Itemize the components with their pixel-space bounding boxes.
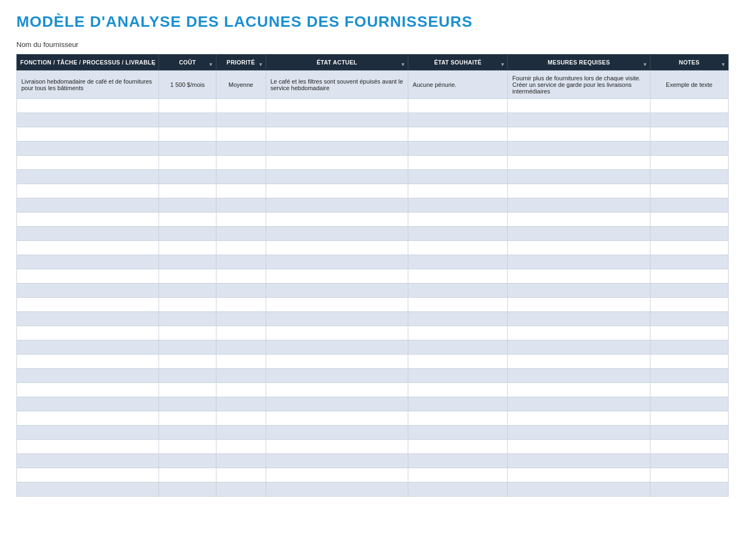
cell-empty-22-6[interactable]: [508, 383, 650, 397]
cell-empty-23-2[interactable]: [159, 397, 216, 411]
cell-empty-12-3[interactable]: [216, 241, 266, 255]
cell-empty-19-6[interactable]: [508, 340, 650, 355]
cell-empty-10-4[interactable]: [266, 213, 408, 227]
cell-empty-10-1[interactable]: [17, 213, 159, 227]
cell-empty-14-7[interactable]: [650, 269, 728, 284]
cell-empty-12-6[interactable]: [508, 241, 650, 255]
cell-empty-19-7[interactable]: [650, 340, 728, 355]
cell-empty-13-7[interactable]: [650, 255, 728, 269]
cell-empty-15-7[interactable]: [650, 284, 728, 298]
cell-empty-5-1[interactable]: [17, 142, 159, 156]
cell-empty-5-2[interactable]: [159, 142, 216, 156]
cell-empty-29-2[interactable]: [159, 482, 216, 497]
cell-empty-5-4[interactable]: [266, 142, 408, 156]
cell-empty-12-5[interactable]: [408, 241, 508, 255]
cell-empty-27-7[interactable]: [650, 454, 728, 468]
cell-empty-2-6[interactable]: [508, 99, 650, 113]
cell-empty-12-1[interactable]: [17, 241, 159, 255]
cell-empty-18-6[interactable]: [508, 326, 650, 340]
cell-empty-16-4[interactable]: [266, 298, 408, 312]
cell-empty-26-4[interactable]: [266, 440, 408, 454]
cell-empty-20-3[interactable]: [216, 355, 266, 369]
cell-empty-4-6[interactable]: [508, 127, 650, 142]
cell-empty-13-5[interactable]: [408, 255, 508, 269]
cell-empty-27-5[interactable]: [408, 454, 508, 468]
cell-empty-10-6[interactable]: [508, 213, 650, 227]
cell-empty-19-5[interactable]: [408, 340, 508, 355]
cell-empty-13-4[interactable]: [266, 255, 408, 269]
cell-empty-6-4[interactable]: [266, 156, 408, 170]
cell-empty-15-2[interactable]: [159, 284, 216, 298]
cell-empty-29-1[interactable]: [17, 482, 159, 497]
cell-empty-4-5[interactable]: [408, 127, 508, 142]
cell-empty-6-1[interactable]: [17, 156, 159, 170]
cell-empty-21-6[interactable]: [508, 369, 650, 383]
cell-empty-6-5[interactable]: [408, 156, 508, 170]
cell-empty-28-3[interactable]: [216, 468, 266, 482]
cell-empty-11-7[interactable]: [650, 227, 728, 241]
cell-empty-25-3[interactable]: [216, 426, 266, 440]
cell-empty-7-5[interactable]: [408, 170, 508, 184]
cell-empty-3-4[interactable]: [266, 113, 408, 127]
cell-empty-14-2[interactable]: [159, 269, 216, 284]
cell-empty-17-2[interactable]: [159, 312, 216, 326]
cell-empty-2-1[interactable]: [17, 99, 159, 113]
header-priorite[interactable]: PRIORITÉ ▼: [216, 55, 266, 70]
cell-empty-2-3[interactable]: [216, 99, 266, 113]
cell-empty-23-7[interactable]: [650, 397, 728, 411]
cell-empty-23-6[interactable]: [508, 397, 650, 411]
cell-empty-20-4[interactable]: [266, 355, 408, 369]
cell-empty-13-2[interactable]: [159, 255, 216, 269]
header-fonction[interactable]: FONCTION / TÂCHE / PROCESSUS / LIVRABLE …: [17, 55, 159, 70]
cell-empty-7-2[interactable]: [159, 170, 216, 184]
cell-empty-4-2[interactable]: [159, 127, 216, 142]
cell-empty-26-5[interactable]: [408, 440, 508, 454]
cell-empty-21-5[interactable]: [408, 369, 508, 383]
cell-empty-10-2[interactable]: [159, 213, 216, 227]
cell-empty-4-4[interactable]: [266, 127, 408, 142]
cell-empty-25-4[interactable]: [266, 426, 408, 440]
cell-empty-22-3[interactable]: [216, 383, 266, 397]
cell-empty-29-6[interactable]: [508, 482, 650, 497]
cell-empty-5-3[interactable]: [216, 142, 266, 156]
cell-empty-26-3[interactable]: [216, 440, 266, 454]
cell-empty-19-2[interactable]: [159, 340, 216, 355]
cell-empty-5-7[interactable]: [650, 142, 728, 156]
header-mesures[interactable]: MESURES REQUISES ▼: [508, 55, 650, 70]
cell-empty-14-6[interactable]: [508, 269, 650, 284]
cell-empty-2-2[interactable]: [159, 99, 216, 113]
dropdown-arrow-etat-souhaite[interactable]: ▼: [500, 62, 505, 67]
cell-empty-16-2[interactable]: [159, 298, 216, 312]
cell-empty-24-5[interactable]: [408, 411, 508, 426]
dropdown-arrow-fonction[interactable]: ▼: [151, 62, 156, 67]
cell-empty-18-4[interactable]: [266, 326, 408, 340]
cell-empty-17-7[interactable]: [650, 312, 728, 326]
cell-empty-12-7[interactable]: [650, 241, 728, 255]
cell-empty-9-2[interactable]: [159, 198, 216, 213]
cell-empty-27-1[interactable]: [17, 454, 159, 468]
cell-empty-16-1[interactable]: [17, 298, 159, 312]
cell-empty-28-4[interactable]: [266, 468, 408, 482]
cell-empty-3-5[interactable]: [408, 113, 508, 127]
cell-empty-22-4[interactable]: [266, 383, 408, 397]
cell-empty-2-7[interactable]: [650, 99, 728, 113]
cell-empty-3-6[interactable]: [508, 113, 650, 127]
cell-empty-9-3[interactable]: [216, 198, 266, 213]
cell-empty-16-5[interactable]: [408, 298, 508, 312]
cell-empty-8-6[interactable]: [508, 184, 650, 198]
cell-empty-25-7[interactable]: [650, 426, 728, 440]
cell-empty-4-1[interactable]: [17, 127, 159, 142]
cell-empty-8-3[interactable]: [216, 184, 266, 198]
cell-empty-29-3[interactable]: [216, 482, 266, 497]
cell-empty-7-6[interactable]: [508, 170, 650, 184]
cell-empty-10-3[interactable]: [216, 213, 266, 227]
cell-empty-15-3[interactable]: [216, 284, 266, 298]
cell-empty-8-5[interactable]: [408, 184, 508, 198]
header-etat-actuel[interactable]: ÉTAT ACTUEL ▼: [266, 55, 408, 70]
cell-empty-6-7[interactable]: [650, 156, 728, 170]
cell-empty-4-7[interactable]: [650, 127, 728, 142]
cell-etat-souhaite-1[interactable]: Aucune pénurie.: [408, 70, 508, 99]
cell-empty-25-6[interactable]: [508, 426, 650, 440]
header-etat-souhaite[interactable]: ÉTAT SOUHAITÉ ▼: [408, 55, 508, 70]
cell-mesures-1[interactable]: Fournir plus de fournitures lors de chaq…: [508, 70, 650, 99]
